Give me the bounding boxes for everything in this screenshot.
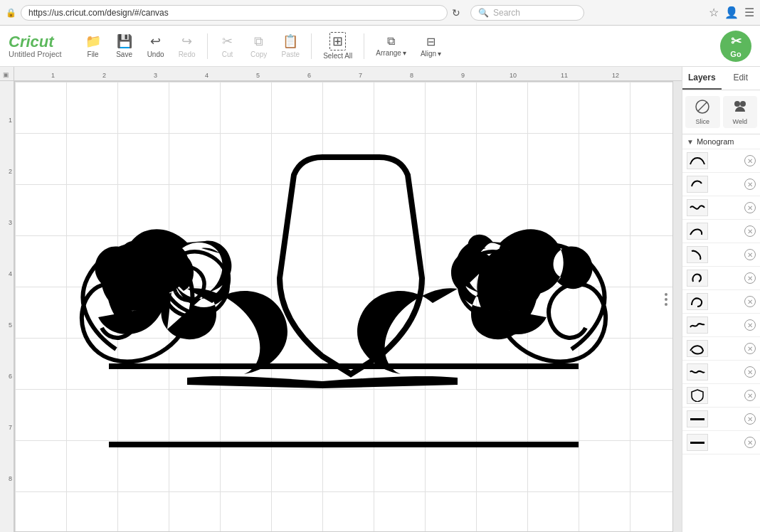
layer-item[interactable]: ✕ bbox=[682, 243, 760, 267]
browser-bar: 🔒 https://us.cricut.com/design/#/canvas … bbox=[0, 0, 760, 26]
file-label: File bbox=[88, 50, 99, 58]
ruler-top: 1 2 3 4 5 6 7 8 9 10 11 12 bbox=[14, 67, 682, 81]
save-icon: 💾 bbox=[117, 33, 132, 49]
layer-item[interactable]: ✕ bbox=[682, 196, 760, 220]
align-label: Align▾ bbox=[421, 50, 441, 58]
ruler-num-10: 10 bbox=[510, 72, 517, 79]
layer-thumb bbox=[687, 199, 708, 216]
layer-item[interactable]: ✕ bbox=[682, 149, 760, 173]
layer-thumb bbox=[687, 387, 708, 404]
layer-item[interactable]: ✕ bbox=[682, 220, 760, 243]
bookmark-icon[interactable]: ☆ bbox=[709, 6, 719, 19]
svg-point-4 bbox=[740, 101, 746, 107]
layer-visibility-btn[interactable]: ✕ bbox=[744, 390, 756, 401]
layer-thumb bbox=[687, 410, 708, 427]
app-header: Cricut Untitled Project 📁 File 💾 Save ↩ … bbox=[0, 26, 760, 67]
ruler-num-2: 2 bbox=[102, 72, 106, 79]
svg-point-3 bbox=[734, 101, 740, 107]
layer-visibility-btn[interactable]: ✕ bbox=[744, 272, 756, 284]
slice-label: Slice bbox=[695, 118, 709, 125]
layer-item[interactable]: ✕ bbox=[682, 173, 760, 196]
layer-visibility-btn[interactable]: ✕ bbox=[744, 366, 756, 378]
weld-tool-button[interactable]: Weld bbox=[723, 96, 758, 128]
toolbar-separator-2 bbox=[311, 33, 312, 59]
layer-item[interactable]: ✕ bbox=[682, 290, 760, 314]
layer-visibility-btn[interactable]: ✕ bbox=[744, 343, 756, 354]
toolbar-separator-1 bbox=[207, 33, 208, 59]
layer-thumb bbox=[687, 293, 708, 310]
browser-icons: ☆ 👤 ☰ bbox=[709, 6, 754, 19]
align-button[interactable]: ⊟ Align▾ bbox=[415, 32, 447, 60]
canvas-side-dots-button[interactable] bbox=[665, 293, 667, 306]
undo-button[interactable]: ↩ Undo bbox=[142, 31, 170, 61]
save-button[interactable]: 💾 Save bbox=[110, 31, 139, 61]
tab-edit[interactable]: Edit bbox=[722, 67, 761, 90]
panel-group-monogram[interactable]: ▼ Monogram bbox=[682, 134, 760, 149]
layer-item[interactable]: ✕ bbox=[682, 267, 760, 290]
layer-visibility-btn[interactable]: ✕ bbox=[744, 225, 756, 237]
go-label: Go bbox=[730, 50, 741, 58]
layer-visibility-btn[interactable]: ✕ bbox=[744, 249, 756, 260]
svg-rect-5 bbox=[690, 418, 704, 420]
right-panel: Layers Edit Slice bbox=[682, 67, 760, 532]
undo-icon: ↩ bbox=[150, 33, 161, 49]
layer-visibility-btn[interactable]: ✕ bbox=[744, 319, 756, 331]
layer-thumb bbox=[687, 246, 708, 263]
layer-thumb bbox=[687, 434, 708, 451]
ruler-left-6: 6 bbox=[9, 373, 12, 380]
go-button[interactable]: ✂ Go bbox=[720, 31, 751, 62]
layer-item[interactable]: ✕ bbox=[682, 408, 760, 431]
layer-item[interactable]: ✕ bbox=[682, 314, 760, 337]
ruler-num-11: 11 bbox=[561, 72, 568, 79]
align-icon: ⊟ bbox=[426, 35, 436, 48]
layer-visibility-btn[interactable]: ✕ bbox=[744, 155, 756, 166]
refresh-icon[interactable]: ↻ bbox=[452, 7, 460, 18]
file-button[interactable]: 📁 File bbox=[79, 31, 107, 61]
toolbar-separator-3 bbox=[364, 33, 364, 59]
arrange-button[interactable]: ⧉ Arrange▾ bbox=[370, 32, 412, 60]
canvas-area[interactable] bbox=[14, 81, 673, 532]
select-all-button[interactable]: ⊞ Select All bbox=[317, 29, 358, 63]
save-label: Save bbox=[116, 50, 132, 58]
copy-button[interactable]: ⧉ Copy bbox=[245, 31, 273, 61]
toolbar: 📁 File 💾 Save ↩ Undo ↪ Redo ✂ Cut ⧉ Copy bbox=[79, 29, 751, 63]
ruler-left-1: 1 bbox=[9, 117, 12, 124]
layer-item[interactable]: ✕ bbox=[682, 431, 760, 454]
slice-tool-button[interactable]: Slice bbox=[685, 96, 720, 128]
search-icon: 🔍 bbox=[478, 8, 489, 18]
select-all-icon: ⊞ bbox=[329, 32, 346, 50]
layer-visibility-btn[interactable]: ✕ bbox=[744, 179, 756, 190]
canvas-content bbox=[15, 82, 672, 531]
ruler-num-12: 12 bbox=[612, 72, 619, 79]
ruler-left-3: 3 bbox=[9, 219, 12, 226]
tab-layers[interactable]: Layers bbox=[682, 67, 722, 90]
menu-icon[interactable]: ☰ bbox=[744, 6, 754, 19]
layer-item[interactable]: ✕ bbox=[682, 384, 760, 408]
layer-item[interactable]: ✕ bbox=[682, 337, 760, 361]
panel-layers: ✕ ✕ ✕ ✕ bbox=[682, 149, 760, 532]
ruler-corner: ▣ bbox=[0, 67, 14, 81]
layer-visibility-btn[interactable]: ✕ bbox=[744, 202, 756, 213]
layer-visibility-btn[interactable]: ✕ bbox=[744, 437, 756, 448]
paste-button[interactable]: 📋 Paste bbox=[276, 31, 306, 61]
layer-visibility-btn[interactable]: ✕ bbox=[744, 296, 756, 307]
panel-tabs: Layers Edit bbox=[682, 67, 760, 90]
cut-button[interactable]: ✂ Cut bbox=[213, 31, 242, 61]
cut-icon: ✂ bbox=[222, 33, 233, 49]
arrange-icon: ⧉ bbox=[387, 35, 395, 48]
profile-icon[interactable]: 👤 bbox=[724, 6, 739, 19]
ruler-num-6: 6 bbox=[307, 72, 311, 79]
ruler-left: 1 2 3 4 5 6 7 8 bbox=[0, 81, 14, 532]
weld-label: Weld bbox=[733, 118, 747, 125]
layer-thumb bbox=[687, 340, 708, 357]
paste-icon: 📋 bbox=[283, 33, 298, 49]
address-bar[interactable]: https://us.cricut.com/design/#/canvas bbox=[21, 5, 448, 21]
redo-button[interactable]: ↪ Redo bbox=[173, 31, 201, 61]
search-text: Search bbox=[493, 8, 520, 18]
redo-icon: ↪ bbox=[181, 33, 192, 49]
dot-2 bbox=[665, 298, 667, 301]
corner-marker: ▣ bbox=[3, 71, 9, 78]
layer-item[interactable]: ✕ bbox=[682, 361, 760, 384]
copy-icon: ⧉ bbox=[254, 34, 263, 49]
layer-visibility-btn[interactable]: ✕ bbox=[744, 413, 756, 425]
